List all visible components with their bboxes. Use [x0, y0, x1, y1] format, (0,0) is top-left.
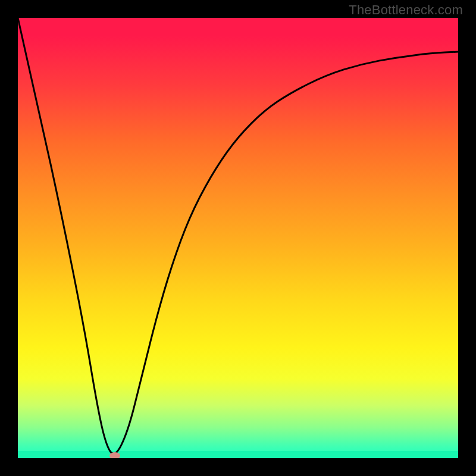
- chart-plot-area: [18, 18, 458, 458]
- bottleneck-curve: [18, 18, 458, 458]
- chart-frame: TheBottleneck.com: [0, 0, 476, 476]
- optimal-point-marker: [109, 452, 120, 458]
- watermark-text: TheBottleneck.com: [349, 2, 463, 18]
